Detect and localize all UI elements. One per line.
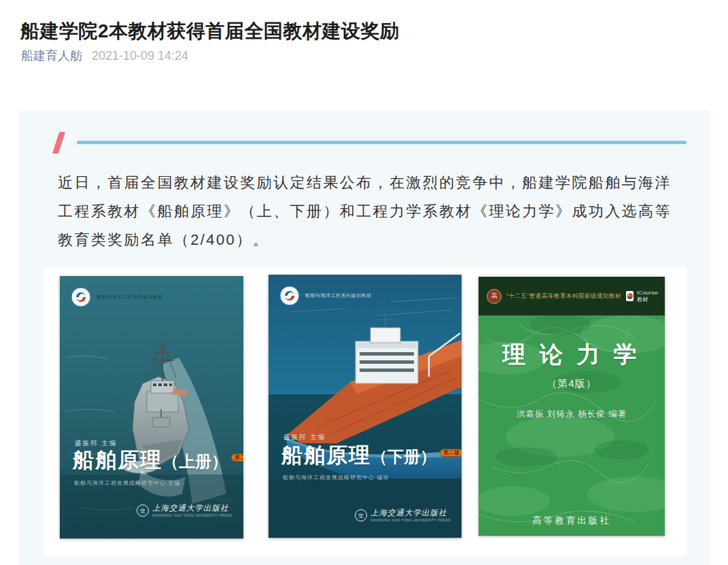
paragraph-line: 工程系教材《船舶原理》（上、下册）和工程力学系教材《理论力学》成功入选高等 xyxy=(58,197,683,226)
article-page: 船建学院2本教材获得首届全国教材建设奖励 船建育人舫 2021-10-09 14… xyxy=(0,0,728,565)
cover-credit-line: 船舶与海洋工程发展战略研究中心 编写 xyxy=(283,474,389,481)
series-row: 船舶与海洋工程系列规划教材 xyxy=(279,286,372,306)
series-row: 船舶与海洋工程系列规划教材 xyxy=(71,287,163,307)
cover-title-main: 船舶原理 xyxy=(73,448,162,472)
edition-badge: 第二版 xyxy=(231,453,243,462)
book-cover-ship-principles-vol1: 船舶与海洋工程系列规划教材 盛振邦 主编 船舶原理（上册）第二版 船舶与海洋工程… xyxy=(60,276,243,538)
cover-top-band: 高 “十二五”普通高等教育本科国家级规划教材 iCourse·教材 xyxy=(479,277,665,315)
publish-date: 2021-10-09 14:24 xyxy=(92,49,188,63)
content-card: 近日，首届全国教材建设奖励认定结果公布，在激烈的竞争中，船建学院船舶与海洋 工程… xyxy=(19,110,710,565)
cover-title-volume: （上册） xyxy=(162,453,228,470)
page-title: 船建学院2本教材获得首届全国教材建设奖励 xyxy=(20,18,700,44)
account-name-link[interactable]: 船建育人舫 xyxy=(21,48,82,64)
icourse-block: iCourse·教材 xyxy=(626,290,663,303)
series-label: 船舶与海洋工程系列规划教材 xyxy=(305,292,372,299)
series-emblem-icon xyxy=(71,287,91,307)
publisher-name: 上海交通大学出版社 xyxy=(370,509,451,517)
edition-badge: 第二版 xyxy=(440,449,462,457)
icourse-label: iCourse·教材 xyxy=(637,290,663,303)
cover-title: 船舶原理（下册）第二版 xyxy=(281,441,462,470)
icourse-logo-icon xyxy=(626,291,634,301)
slash-decoration xyxy=(52,132,65,154)
publisher-logo-icon: 交 xyxy=(137,504,149,517)
tanker-photo-illustration xyxy=(268,275,462,538)
book-cover-ship-principles-vol2: 船舶与海洋工程系列规划教材 盛振邦 主编 船舶原理（下册）第二版 船舶与海洋工程… xyxy=(268,275,462,538)
cover-edition: （第4版） xyxy=(479,377,665,390)
series-emblem-icon xyxy=(279,286,300,306)
cover-title: 船舶原理（上册）第二版 xyxy=(73,446,243,475)
cover-authors: 洪嘉振 刘铸永 杨长俊 编著 xyxy=(479,409,665,420)
divider-line xyxy=(77,141,687,144)
publisher-name: 高等教育出版社 xyxy=(479,515,665,527)
publisher-logo-icon: 交 xyxy=(355,509,367,521)
paragraph-line: 教育类奖励名单（2/400）。 xyxy=(58,226,683,254)
paragraph-line: 近日，首届全国教材建设奖励认定结果公布，在激烈的竞争中，船建学院船舶与海洋 xyxy=(58,169,683,197)
cover-title-volume: （下册） xyxy=(371,448,436,466)
publisher-name-en: SHANGHAI JIAO TONG UNIVERSITY PRESS xyxy=(370,519,451,522)
books-image[interactable]: 船舶与海洋工程系列规划教材 盛振邦 主编 船舶原理（上册）第二版 船舶与海洋工程… xyxy=(44,267,687,556)
hep-logo-icon: 高 xyxy=(487,289,502,304)
ship-photo-illustration xyxy=(60,276,243,538)
cover-credit-line: 船舶与海洋工程发展战略研究中心 主编 xyxy=(74,479,180,487)
article-meta: 船建育人舫 2021-10-09 14:24 xyxy=(21,48,188,64)
cover-title: 理 论 力 学 xyxy=(479,339,665,371)
publisher-block: 交 上海交通大学出版社 SHANGHAI JIAO TONG UNIVERSIT… xyxy=(355,509,451,522)
publisher-block: 交 上海交通大学出版社 SHANGHAI JIAO TONG UNIVERSIT… xyxy=(137,504,232,517)
publisher-name: 上海交通大学出版社 xyxy=(152,504,232,513)
cover-title-main: 船舶原理 xyxy=(281,443,371,467)
series-band-label: “十二五”普通高等教育本科国家级规划教材 xyxy=(506,292,621,301)
publisher-name-en: SHANGHAI JIAO TONG UNIVERSITY PRESS xyxy=(152,514,232,517)
article-paragraph: 近日，首届全国教材建设奖励认定结果公布，在激烈的竞争中，船建学院船舶与海洋 工程… xyxy=(58,169,683,254)
green-marble-background xyxy=(479,277,665,536)
series-label: 船舶与海洋工程系列规划教材 xyxy=(97,294,163,301)
book-cover-theoretical-mechanics: 高 “十二五”普通高等教育本科国家级规划教材 iCourse·教材 理 论 力 … xyxy=(479,277,665,536)
